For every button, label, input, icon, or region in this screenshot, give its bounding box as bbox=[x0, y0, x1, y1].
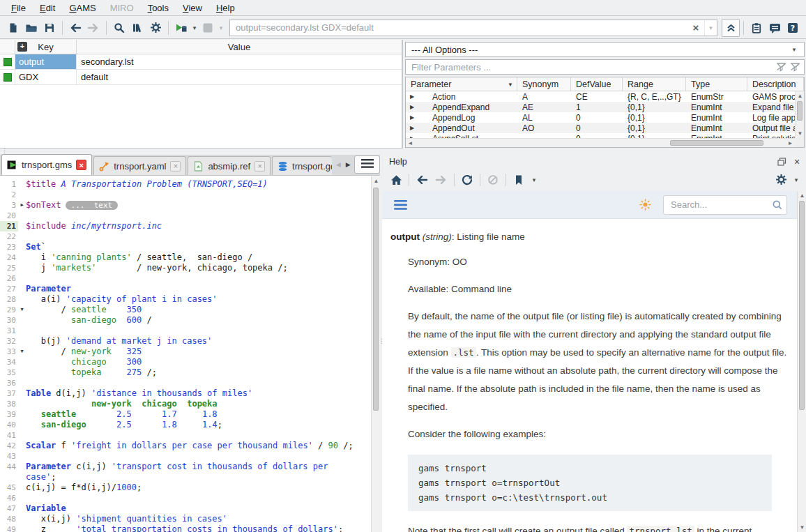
filter-parameters-input[interactable] bbox=[406, 62, 774, 73]
code-area[interactable]: 1$title A Transportation Problem (TRNSPO… bbox=[0, 176, 371, 532]
expand-row-icon[interactable]: ▶ bbox=[406, 93, 418, 100]
scrollbar-thumb[interactable] bbox=[797, 101, 803, 121]
parameter-row[interactable]: ▶AppendOutAO0{0,1}EnumIntOutput file app… bbox=[406, 123, 795, 133]
docs-search-box[interactable] bbox=[663, 195, 787, 215]
search-icon[interactable] bbox=[110, 19, 128, 37]
scroll-up-icon[interactable]: ▲ bbox=[372, 176, 381, 185]
kv-value-cell[interactable]: default bbox=[77, 70, 402, 84]
filter-parameters-field[interactable] bbox=[405, 59, 805, 75]
add-parameter-icon[interactable]: + bbox=[17, 42, 27, 52]
code-line: 29▼ / seattle 350 bbox=[0, 305, 371, 315]
scrollbar-thumb[interactable] bbox=[373, 188, 379, 411]
scrollbar-thumb[interactable] bbox=[799, 201, 805, 410]
menu-view[interactable]: View bbox=[176, 1, 209, 15]
parameter-row[interactable]: ▶AppendExpandAE1{0,1}EnumIntExpand file … bbox=[406, 102, 795, 112]
float-panel-icon[interactable] bbox=[777, 157, 786, 167]
code-token: / bbox=[313, 441, 328, 450]
menu-help[interactable]: Help bbox=[209, 1, 242, 15]
menu-miro[interactable]: MIRO bbox=[103, 1, 141, 15]
expand-row-icon[interactable]: ▶ bbox=[406, 104, 418, 110]
parameter-row[interactable]: ▶AppendLogAL0{0,1}EnumIntLog file append… bbox=[406, 112, 795, 123]
kv-key-cell[interactable]: output bbox=[15, 54, 77, 69]
new-file-icon[interactable] bbox=[4, 19, 22, 37]
scroll-left-icon[interactable]: ◄ bbox=[406, 139, 415, 148]
home-icon[interactable] bbox=[388, 172, 404, 188]
help-back-icon[interactable] bbox=[413, 172, 430, 188]
settings-gear-icon[interactable] bbox=[146, 19, 165, 37]
menu-file[interactable]: File bbox=[4, 1, 33, 15]
expand-row-icon[interactable]: ▶ bbox=[406, 125, 418, 131]
clear-parameter-icon[interactable]: × bbox=[687, 22, 704, 33]
tabs-scroll-right-icon[interactable]: ▶ bbox=[343, 161, 353, 168]
folded-block-pill[interactable]: ... text bbox=[66, 201, 119, 210]
line-number: 45 bbox=[0, 482, 18, 493]
parameters-vertical-scrollbar[interactable]: ▲ ▼ bbox=[795, 91, 804, 138]
run-gams-icon[interactable] bbox=[172, 19, 190, 37]
model-library-icon[interactable] bbox=[128, 19, 146, 37]
tab-absmip-ref[interactable]: absmip.ref× bbox=[188, 156, 271, 175]
kv-key-cell[interactable]: GDX bbox=[15, 70, 77, 84]
bookmark-icon[interactable] bbox=[510, 172, 527, 188]
parameter-row[interactable]: ▶ActionACE{R, C, E,..,GT}EnumStrGAMS pro… bbox=[406, 91, 795, 102]
tab-trnsport-gdx[interactable]: trnsport.gdx bbox=[272, 156, 332, 175]
help-settings-gear-icon[interactable] bbox=[773, 172, 789, 188]
reload-icon[interactable] bbox=[459, 172, 476, 188]
parameter-dropdown-icon[interactable]: ▾ bbox=[704, 20, 717, 36]
scroll-right-icon[interactable]: ► bbox=[786, 139, 795, 148]
scroll-up-icon[interactable]: ▲ bbox=[798, 191, 806, 200]
docs-search-input[interactable] bbox=[664, 199, 768, 210]
column-header-type[interactable]: Type bbox=[686, 77, 747, 91]
close-tab-icon[interactable]: × bbox=[76, 160, 86, 170]
close-tab-icon[interactable]: × bbox=[170, 161, 181, 172]
column-header-defvalue[interactable]: DefValue bbox=[571, 77, 623, 91]
fold-marker-icon[interactable]: ▼ bbox=[18, 347, 26, 357]
open-file-icon[interactable] bbox=[22, 19, 40, 37]
expand-row-icon[interactable]: ▶ bbox=[406, 114, 418, 121]
docs-hamburger-icon[interactable] bbox=[392, 197, 409, 213]
clear-filter-icon[interactable] bbox=[774, 62, 788, 72]
fold-marker-icon[interactable]: ▼ bbox=[18, 305, 26, 315]
help-settings-dropdown-icon[interactable]: ▾ bbox=[792, 176, 800, 183]
gams-parameter-combobox[interactable]: × ▾ bbox=[229, 20, 717, 36]
tab-trnsport-yaml[interactable]: trnsport.yaml× bbox=[93, 156, 186, 175]
show-process-log-icon[interactable] bbox=[747, 19, 766, 37]
parameters-horizontal-scrollbar[interactable]: ◄ ► bbox=[406, 138, 795, 147]
collapse-parameter-editor-icon[interactable] bbox=[722, 19, 740, 37]
gdx-file-icon bbox=[277, 161, 288, 172]
close-panel-icon[interactable]: × bbox=[792, 157, 802, 167]
menu-tools[interactable]: Tools bbox=[141, 1, 176, 15]
editor-vertical-scrollbar[interactable]: ▲ bbox=[371, 176, 380, 532]
help-vertical-scrollbar[interactable]: ▲ ▼ bbox=[797, 191, 806, 532]
bookmark-dropdown-icon[interactable]: ▾ bbox=[530, 176, 538, 183]
kv-value-cell[interactable]: secondary.lst bbox=[77, 54, 402, 69]
save-icon[interactable] bbox=[40, 19, 59, 37]
scroll-down-icon[interactable]: ▼ bbox=[796, 129, 805, 138]
tab-trnsport-gms[interactable]: trnsport.gms× bbox=[1, 154, 92, 175]
close-tab-icon[interactable]: × bbox=[254, 161, 265, 172]
gams-parameter-input[interactable] bbox=[230, 20, 687, 36]
column-header-range[interactable]: Range bbox=[623, 77, 686, 91]
menu-gams[interactable]: GAMS bbox=[62, 1, 102, 15]
back-icon[interactable] bbox=[66, 19, 84, 37]
horizontal-splitter[interactable]: ⋮ bbox=[0, 149, 806, 155]
fold-marker-icon[interactable]: ▶ bbox=[18, 200, 26, 211]
show-log-output-icon[interactable] bbox=[766, 19, 784, 37]
column-header-description[interactable]: Description bbox=[747, 77, 804, 91]
theme-sun-icon[interactable] bbox=[637, 197, 653, 213]
column-header-synonym[interactable]: Synonym bbox=[517, 77, 571, 91]
kv-value-column-header[interactable]: Value bbox=[77, 40, 402, 54]
disable-filter-icon[interactable] bbox=[788, 62, 802, 72]
scrollbar-thumb[interactable] bbox=[670, 140, 763, 146]
help-badge-icon[interactable]: ? bbox=[784, 19, 802, 37]
editor-tab-list-menu[interactable] bbox=[354, 155, 380, 174]
menu-edit[interactable]: Edit bbox=[33, 1, 62, 15]
help-forward-icon bbox=[433, 172, 450, 188]
kv-key-column-header[interactable]: + Key bbox=[15, 40, 77, 54]
scroll-down-icon[interactable]: ▼ bbox=[798, 523, 806, 532]
column-header-parameter[interactable]: Parameter▼ bbox=[406, 77, 517, 91]
options-group-dropdown[interactable]: --- All Options --- ▾ bbox=[405, 42, 805, 57]
scroll-up-icon[interactable]: ▲ bbox=[796, 91, 805, 100]
docs-search-magnifier-icon[interactable] bbox=[768, 197, 786, 213]
parameter-row[interactable]: ▶AsyncSolLst0{0,1}EnumIntPrint solution … bbox=[406, 133, 795, 138]
run-dropdown-icon[interactable]: ▾ bbox=[190, 24, 199, 31]
